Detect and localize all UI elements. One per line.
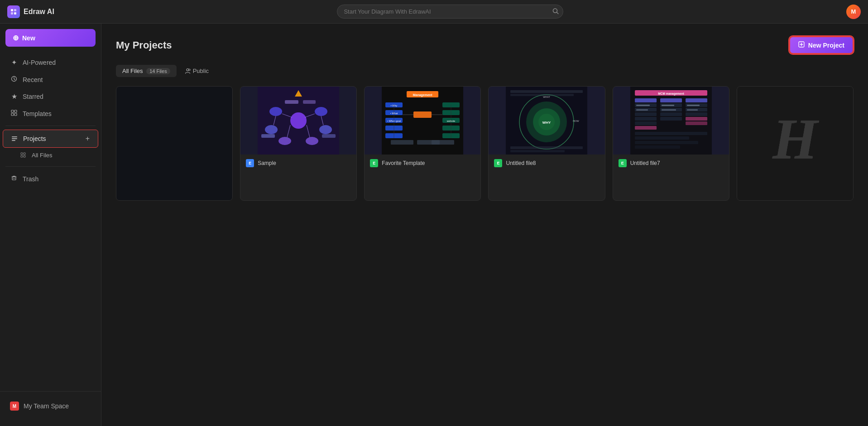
svg-rect-11 <box>12 136 17 137</box>
sidebar-item-all-files[interactable]: All Files <box>3 148 98 163</box>
file-info-sample: E Sample <box>240 155 356 172</box>
add-project-button[interactable]: + <box>85 135 91 143</box>
svg-rect-81 <box>511 146 583 149</box>
svg-rect-90 <box>635 117 657 121</box>
svg-rect-2 <box>11 12 13 15</box>
svg-rect-105 <box>636 109 648 111</box>
all-files-label: All Files <box>32 152 53 159</box>
layout: ⊕ New ✦ AI-Powered Recent ★ Starred <box>0 24 868 426</box>
sidebar-item-trash[interactable]: Trash <box>3 170 98 187</box>
svg-text:MCM management: MCM management <box>658 92 684 96</box>
svg-rect-92 <box>635 126 657 130</box>
sidebar-divider <box>5 126 96 126</box>
svg-rect-7 <box>11 110 14 112</box>
app-name: Edraw AI <box>24 8 54 16</box>
svg-rect-79 <box>511 90 583 93</box>
svg-rect-80 <box>511 94 574 96</box>
svg-rect-112 <box>635 141 698 144</box>
svg-rect-98 <box>686 98 707 102</box>
file-card-untitled7[interactable]: MCM management <box>613 86 729 201</box>
tab-all-files[interactable]: All Files 14 Files <box>116 65 177 77</box>
svg-point-32 <box>265 125 278 134</box>
file-info-untitled6: E Untitled file6 <box>737 200 853 201</box>
logo: Edraw AI <box>7 5 54 18</box>
tab-all-files-label: All Files <box>122 68 143 74</box>
projects-label: Projects <box>23 135 46 142</box>
svg-point-33 <box>319 125 332 134</box>
file-card-favorite-template[interactable]: Management • Why • What • When goal <box>364 86 481 201</box>
svg-rect-82 <box>511 150 565 152</box>
trash-label: Trash <box>23 175 38 183</box>
file-type-icon: E <box>370 159 378 167</box>
svg-text:WHY: WHY <box>542 121 551 125</box>
svg-rect-93 <box>660 98 682 102</box>
sidebar: ⊕ New ✦ AI-Powered Recent ★ Starred <box>0 24 101 426</box>
search-input[interactable] <box>337 5 563 19</box>
svg-rect-12 <box>12 138 17 139</box>
page-title: My Projects <box>116 39 172 51</box>
svg-rect-108 <box>687 105 700 106</box>
projects-icon <box>10 135 19 143</box>
svg-point-31 <box>315 107 327 116</box>
file-info-untitled8: E Untitled file8 <box>489 155 604 172</box>
file-thumbnail-untitled6: H H <box>737 87 853 200</box>
logo-icon <box>7 5 20 18</box>
avatar[interactable]: M <box>846 5 861 19</box>
file-card-untitled9[interactable]: E Untitled file9 <box>116 86 233 201</box>
file-card-sample[interactable]: E Sample <box>240 86 357 201</box>
team-space-item[interactable]: M My Team Space <box>3 397 98 415</box>
all-files-icon <box>19 151 27 159</box>
svg-rect-110 <box>635 132 707 135</box>
svg-rect-1 <box>14 9 16 11</box>
svg-rect-43 <box>303 100 316 104</box>
svg-rect-106 <box>662 105 674 106</box>
main-content: My Projects New Project All Files 14 Fil… <box>101 24 868 426</box>
svg-rect-96 <box>660 112 682 116</box>
file-info-untitled9: E Untitled file9 <box>116 200 232 201</box>
new-project-label: New Project <box>808 42 844 49</box>
svg-rect-3 <box>14 12 16 15</box>
sidebar-item-recent[interactable]: Recent <box>3 71 98 88</box>
svg-rect-9 <box>11 113 14 116</box>
file-type-icon: E <box>494 159 502 167</box>
svg-rect-102 <box>686 117 707 121</box>
file-info-untitled7: E Untitled file7 <box>613 155 729 172</box>
svg-rect-97 <box>660 117 682 121</box>
svg-text:HOW: HOW <box>573 120 580 122</box>
file-thumbnail-untitled9 <box>116 87 232 200</box>
new-project-button[interactable]: New Project <box>789 36 854 54</box>
sidebar-item-starred[interactable]: ★ Starred <box>3 88 98 105</box>
new-project-icon <box>798 41 805 49</box>
svg-rect-70 <box>432 140 454 145</box>
svg-rect-15 <box>24 153 25 155</box>
svg-rect-111 <box>635 136 689 140</box>
sidebar-item-templates[interactable]: Templates <box>3 105 98 122</box>
svg-rect-86 <box>635 98 657 102</box>
file-card-untitled6[interactable]: H H E Untitled file6 <box>737 86 854 201</box>
svg-rect-42 <box>285 100 298 104</box>
svg-rect-26 <box>116 95 232 192</box>
svg-text:H: H <box>772 106 819 171</box>
svg-rect-68 <box>391 140 413 145</box>
svg-rect-18 <box>12 177 16 180</box>
tab-public[interactable]: Public <box>178 65 215 77</box>
new-button[interactable]: ⊕ New <box>5 29 96 47</box>
new-button-label: New <box>22 34 35 42</box>
file-name: Sample <box>258 160 276 166</box>
svg-rect-44 <box>261 134 275 138</box>
file-name: Untitled file7 <box>630 160 660 166</box>
sidebar-item-label: Recent <box>23 76 43 83</box>
sidebar-item-ai-powered[interactable]: ✦ AI-Powered <box>3 54 98 71</box>
file-name: Favorite Template <box>382 160 425 166</box>
svg-line-5 <box>557 12 559 14</box>
templates-icon <box>10 110 18 117</box>
svg-rect-14 <box>21 153 23 155</box>
plus-icon: ⊕ <box>13 34 19 42</box>
sidebar-item-projects[interactable]: Projects + <box>3 130 98 148</box>
svg-text:website: website <box>446 120 456 122</box>
file-card-untitled8[interactable]: WHY WHAT HOW E Untitled file8 <box>488 86 605 201</box>
file-thumbnail-favorite-template: Management • Why • What • When goal <box>364 87 480 155</box>
search-button[interactable] <box>552 8 559 15</box>
svg-rect-91 <box>635 121 657 125</box>
file-thumbnail-untitled8: WHY WHAT HOW <box>489 87 604 155</box>
